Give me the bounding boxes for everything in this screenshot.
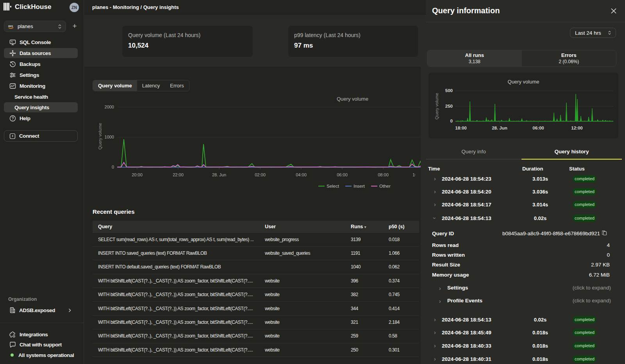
svg-text:aws: aws [8,25,13,27]
